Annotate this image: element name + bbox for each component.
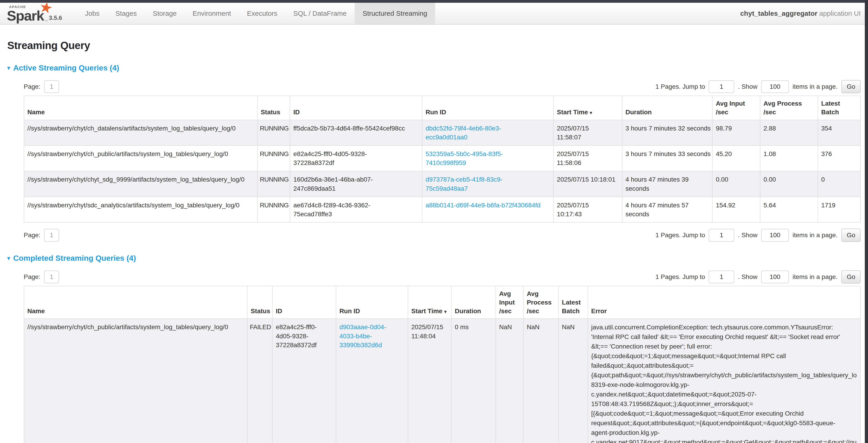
cell-run-id: d973787a-ceb5-41f8-83c9- 75c59ad48aa7 <box>422 171 553 197</box>
col-header-duration[interactable]: Duration <box>622 96 712 120</box>
items-per-page-input[interactable] <box>761 270 789 283</box>
sort-desc-icon: ▾ <box>444 309 446 314</box>
active-pagination-top: Page: 1 Pages. Jump to . Show items in a… <box>24 80 861 93</box>
items-label: items in a page. <box>793 232 838 239</box>
col-header-run-id[interactable]: Run ID <box>336 286 408 319</box>
cell-run-id: a88b0141-d69f-44e9-b6fa-b72f430684fd <box>422 197 553 223</box>
cell-duration: 0 ms <box>451 319 496 443</box>
cell-name: //sys/strawberry/chyt/ch_datalens/artifa… <box>24 120 257 146</box>
jump-to-input[interactable] <box>709 229 734 242</box>
run-id-link[interactable]: d973787a-ceb5-41f8-83c9- 75c59ad48aa7 <box>426 176 503 192</box>
go-button[interactable]: Go <box>841 229 861 242</box>
tab-stages[interactable]: Stages <box>107 3 145 24</box>
cell-id: 160d2b6a-36e1-46ba-ab07- 247c869daa51 <box>290 171 422 197</box>
active-table-row: //sys/strawberry/chyt/chyt_sdg_9999/arti… <box>24 171 861 197</box>
tab-structured-streaming[interactable]: Structured Streaming <box>355 3 435 24</box>
spark-ui-screen: APACHESpark★™ 3.5.6 Jobs Stages Storage … <box>0 0 868 443</box>
nav-tabs: Jobs Stages Storage Environment Executor… <box>77 3 435 24</box>
cell-latest-batch: 1719 <box>818 197 861 223</box>
active-queries-section-toggle[interactable]: ▾ Active Streaming Queries (4) <box>7 63 861 72</box>
page-number-input[interactable] <box>44 80 59 93</box>
run-id-link[interactable]: 532359a5-5b0c-495a-83f5- 7410c998f959 <box>426 150 503 166</box>
col-header-start-time[interactable]: Start Time▾ <box>553 96 622 120</box>
cell-duration: 4 hours 47 minutes 57 seconds <box>622 197 712 223</box>
run-id-link[interactable]: dbdc52fd-79f4-4eb6-80e3- ecc9a0d01aa0 <box>426 125 501 141</box>
page-number-input[interactable] <box>44 270 59 283</box>
cell-latest-batch: NaN <box>558 319 588 443</box>
page-number-input[interactable] <box>44 229 59 242</box>
active-queries-section-title: Active Streaming Queries (4) <box>13 63 119 72</box>
application-ui-suffix: application UI <box>817 9 861 17</box>
cell-duration: 4 hours 47 minutes 39 seconds <box>622 171 712 197</box>
tab-sql-dataframe[interactable]: SQL / DataFrame <box>285 3 355 24</box>
col-header-id[interactable]: ID <box>290 96 422 120</box>
cell-avg-process: 1.08 <box>760 146 818 171</box>
col-header-start-time[interactable]: Start Time▾ <box>408 286 452 319</box>
completed-queries-section-toggle[interactable]: ▾ Completed Streaming Queries (4) <box>7 254 861 263</box>
go-button[interactable]: Go <box>841 270 861 284</box>
col-header-status[interactable]: Status <box>257 96 290 120</box>
completed-queries-section-title: Completed Streaming Queries (4) <box>13 254 136 263</box>
cell-status: RUNNING <box>257 171 290 197</box>
run-id-link[interactable]: a88b0141-d69f-44e9-b6fa-b72f430684fd <box>426 202 540 209</box>
col-header-status[interactable]: Status <box>247 286 272 319</box>
cell-id: e82a4c25-fff0-4d05-9328- 37228a8372df <box>290 146 422 171</box>
spark-logo-word: APACHESpark★™ <box>7 9 44 23</box>
window-top-edge <box>0 0 868 3</box>
pages-jump-label: 1 Pages. Jump to <box>655 83 705 90</box>
pages-jump-label: 1 Pages. Jump to <box>655 273 705 280</box>
pages-jump-label: 1 Pages. Jump to <box>655 232 705 239</box>
jump-to-input[interactable] <box>709 80 734 93</box>
cell-avg-process: 0.00 <box>760 171 818 197</box>
items-per-page-input[interactable] <box>761 80 789 93</box>
collapse-arrow-icon: ▾ <box>7 255 10 261</box>
tab-environment[interactable]: Environment <box>185 3 239 24</box>
col-header-latest-batch[interactable]: Latest Batch <box>818 96 861 120</box>
apache-label: APACHE <box>9 5 26 8</box>
show-label: . Show <box>738 232 757 239</box>
cell-name: //sys/strawberry/chyt/chyt_sdg_9999/arti… <box>24 171 257 197</box>
tab-executors[interactable]: Executors <box>239 3 285 24</box>
cell-start-time: 2025/07/15 11:58:06 <box>553 146 622 171</box>
col-header-id[interactable]: ID <box>272 286 336 319</box>
cell-run-id: 532359a5-5b0c-495a-83f5- 7410c998f959 <box>422 146 553 171</box>
cell-status: RUNNING <box>257 146 290 171</box>
col-header-run-id[interactable]: Run ID <box>422 96 553 120</box>
col-header-name[interactable]: Name <box>24 96 257 120</box>
tab-storage[interactable]: Storage <box>145 3 185 24</box>
col-header-avg-input[interactable]: Avg Input /sec <box>496 286 523 319</box>
cell-avg-process: 5.64 <box>760 197 818 223</box>
go-button[interactable]: Go <box>841 80 861 93</box>
col-header-latest-batch[interactable]: Latest Batch <box>558 286 588 319</box>
trademark-symbol: ™ <box>45 20 48 23</box>
navbar: APACHESpark★™ 3.5.6 Jobs Stages Storage … <box>0 3 868 25</box>
col-header-duration[interactable]: Duration <box>451 286 496 319</box>
tab-jobs[interactable]: Jobs <box>77 3 107 24</box>
jump-to-input[interactable] <box>709 270 734 283</box>
run-id-link[interactable]: d903aaae-0d04- 4033-b4be- 33990b382d6d <box>339 323 386 348</box>
active-queries-block: Page: 1 Pages. Jump to . Show items in a… <box>24 80 861 242</box>
col-header-avg-process[interactable]: Avg Process /sec <box>523 286 558 319</box>
cell-duration: 3 hours 7 minutes 33 seconds <box>622 146 712 171</box>
spark-brand-text: Spark <box>7 8 44 24</box>
cell-latest-batch: 376 <box>818 146 861 171</box>
show-label: . Show <box>738 83 757 90</box>
items-label: items in a page. <box>793 83 838 90</box>
col-header-avg-process[interactable]: Avg Process /sec <box>760 96 818 120</box>
cell-latest-batch: 0 <box>818 171 861 197</box>
col-header-avg-input[interactable]: Avg Input /sec <box>712 96 760 120</box>
sort-desc-icon: ▾ <box>590 110 592 115</box>
spark-logo[interactable]: APACHESpark★™ 3.5.6 <box>7 3 71 24</box>
completed-queries-block: Page: 1 Pages. Jump to . Show items in a… <box>24 270 861 443</box>
cell-name: //sys/strawberry/chyt/ch_public/artifact… <box>24 146 257 171</box>
col-header-name[interactable]: Name <box>24 286 247 319</box>
cell-name: //sys/strawberry/chyt/sdc_analytics/arti… <box>24 197 257 223</box>
cell-avg-process: 2.88 <box>760 120 818 146</box>
active-table-row: //sys/strawberry/chyt/ch_datalens/artifa… <box>24 120 861 146</box>
cell-run-id: dbdc52fd-79f4-4eb6-80e3- ecc9a0d01aa0 <box>422 120 553 146</box>
items-per-page-input[interactable] <box>761 229 789 242</box>
col-header-error[interactable]: Error <box>588 286 861 319</box>
cell-start-time: 2025/07/15 10:18:01 <box>553 171 622 197</box>
page-label: Page: <box>24 232 40 239</box>
page-content: Streaming Query ▾ Active Streaming Queri… <box>0 39 868 443</box>
